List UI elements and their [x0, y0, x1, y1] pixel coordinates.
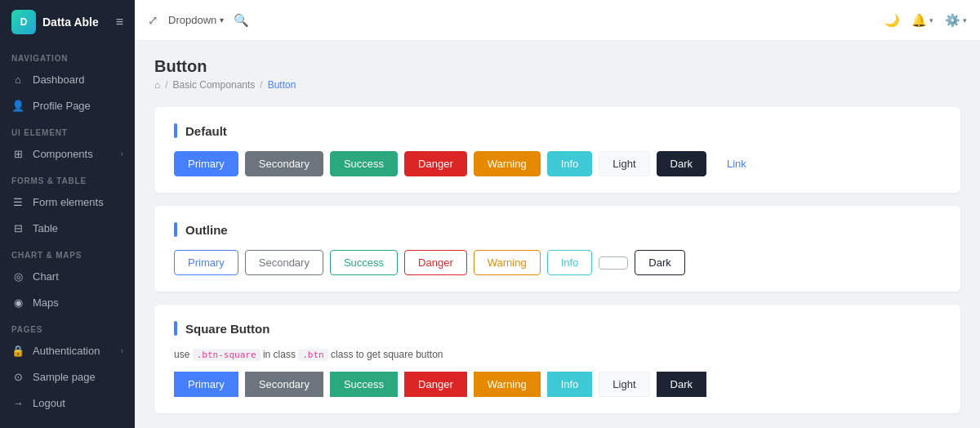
sidebar-item-maps[interactable]: ◉ Maps — [0, 289, 135, 315]
logo-icon: D — [11, 10, 36, 34]
btn-square-light[interactable]: Light — [599, 372, 649, 397]
btn-outline-info[interactable]: Info — [547, 250, 593, 275]
btn-warning[interactable]: Warning — [474, 151, 541, 176]
profile-label: Profile Page — [33, 100, 91, 112]
btn-outline-warning[interactable]: Warning — [474, 250, 541, 275]
square-section-title: Square Button — [174, 321, 941, 336]
sidebar-item-dashboard[interactable]: ⌂ Dashboard — [0, 66, 135, 92]
search-icon[interactable]: 🔍 — [234, 13, 249, 28]
chart-section-label: CHART & MAPS — [0, 241, 135, 263]
sample-icon: ⊙ — [11, 370, 24, 383]
square-desc-suffix: class to get square button — [331, 349, 443, 360]
sidebar-item-chart[interactable]: ◎ Chart — [0, 263, 135, 289]
dropdown-button[interactable]: Dropdown ▾ — [168, 14, 224, 26]
btn-link[interactable]: Link — [713, 151, 760, 176]
sidebar-item-left: ◉ Maps — [11, 296, 59, 309]
expand-icon[interactable]: ⤢ — [148, 13, 158, 28]
sidebar-item-components[interactable]: ⊞ Components › — [0, 140, 135, 167]
logout-label: Logout — [33, 397, 65, 409]
chevron-right-icon: › — [121, 149, 123, 158]
btn-info[interactable]: Info — [547, 151, 593, 176]
topbar-left: ⤢ Dropdown ▾ 🔍 — [148, 13, 249, 28]
topbar-right: 🌙 🔔 ▾ ⚙️ ▾ — [884, 13, 967, 28]
btn-square-secondary[interactable]: Secondary — [245, 372, 323, 397]
home-icon: ⌂ — [11, 73, 24, 86]
breadcrumb-current: Button — [268, 79, 296, 91]
btn-outline-dark[interactable]: Dark — [635, 250, 684, 275]
breadcrumb-parent: Basic Componants — [173, 79, 256, 91]
btn-outline-danger[interactable]: Danger — [404, 250, 467, 275]
btn-square-warning[interactable]: Warning — [474, 372, 541, 397]
btn-outline-secondary[interactable]: Secondary — [245, 250, 323, 275]
square-desc-mid: in class — [263, 349, 298, 360]
btn-square-primary[interactable]: Primary — [174, 372, 238, 397]
btn-square-success[interactable]: Success — [330, 372, 398, 397]
sidebar-item-logout[interactable]: → Logout — [0, 390, 135, 416]
pages-section-label: PAGES — [0, 315, 135, 337]
btn-success[interactable]: Success — [330, 151, 398, 176]
forms-section-label: FORMS & TABLE — [0, 167, 135, 189]
btn-outline-primary[interactable]: Primary — [174, 250, 238, 275]
sample-label: Sample page — [33, 371, 96, 383]
sidebar-item-left: ⊟ Table — [11, 221, 58, 234]
dropdown-chevron-icon: ▾ — [220, 16, 224, 25]
logout-icon: → — [11, 396, 24, 409]
btn-square-info[interactable]: Info — [547, 372, 593, 397]
btn-square-dark[interactable]: Dark — [657, 372, 706, 397]
auth-label: Authentication — [33, 345, 100, 357]
content-area: Button ⌂ / Basic Componants / Button Def… — [135, 41, 980, 428]
btn-danger[interactable]: Danger — [404, 151, 467, 176]
maps-label: Maps — [33, 296, 59, 309]
sidebar-item-profile[interactable]: 👤 Profile Page — [0, 92, 135, 118]
chevron-right-icon: › — [121, 346, 123, 355]
page-title: Button — [154, 57, 960, 76]
sidebar-item-left: ◎ Chart — [11, 270, 59, 283]
ui-section-label: UI ELEMENT — [0, 118, 135, 140]
table-icon: ⊟ — [11, 221, 24, 234]
breadcrumb-sep1: / — [165, 79, 167, 91]
square-btn-row: Primary Secondary Success Danger Warning… — [174, 372, 941, 397]
btn-secondary[interactable]: Secondary — [245, 151, 323, 176]
hamburger-button[interactable]: ≡ — [116, 15, 123, 29]
default-section-title: Default — [174, 123, 941, 138]
square-desc-prefix: use — [174, 349, 193, 360]
btn-dark[interactable]: Dark — [657, 151, 706, 176]
moon-icon[interactable]: 🌙 — [884, 13, 900, 28]
square-section: Square Button use .btn-square in class .… — [154, 305, 960, 413]
chart-icon: ◎ — [11, 270, 24, 283]
main-area: ⤢ Dropdown ▾ 🔍 🌙 🔔 ▾ ⚙️ ▾ Button ⌂ / Bas… — [135, 0, 980, 428]
btn-primary[interactable]: Primary — [174, 151, 238, 176]
outline-section: Outline Primary Secondary Success Danger… — [154, 206, 960, 292]
sidebar-item-left: ⌂ Dashboard — [11, 73, 85, 86]
default-btn-row: Primary Secondary Success Danger Warning… — [174, 151, 941, 176]
sidebar-item-left: ⊙ Sample page — [11, 370, 96, 383]
nav-section-label: NAVIGATION — [0, 44, 135, 66]
btn-light[interactable]: Light — [599, 151, 649, 176]
btn-outline-light[interactable] — [599, 256, 628, 270]
breadcrumb: ⌂ / Basic Componants / Button — [154, 79, 960, 91]
btn-outline-success[interactable]: Success — [330, 250, 398, 275]
btn-square-danger[interactable]: Danger — [404, 372, 467, 397]
sidebar-item-authentication[interactable]: 🔒 Authentication › — [0, 337, 135, 363]
topbar: ⤢ Dropdown ▾ 🔍 🌙 🔔 ▾ ⚙️ ▾ — [135, 0, 980, 41]
square-code2: .btn — [298, 349, 328, 361]
bell-icon[interactable]: 🔔 ▾ — [911, 13, 933, 28]
sidebar-item-sample[interactable]: ⊙ Sample page — [0, 363, 135, 390]
components-label: Components — [33, 148, 93, 160]
sidebar-item-form-elements[interactable]: ☰ Form elements — [0, 189, 135, 215]
table-label: Table — [33, 222, 58, 234]
form-icon: ☰ — [11, 195, 24, 208]
sidebar-item-left: ☰ Form elements — [11, 195, 104, 208]
breadcrumb-home-icon: ⌂ — [154, 79, 160, 91]
form-elements-label: Form elements — [33, 196, 104, 208]
sidebar-item-left: 👤 Profile Page — [11, 99, 91, 112]
components-icon: ⊞ — [11, 147, 24, 160]
sidebar-item-left: → Logout — [11, 396, 65, 409]
square-code1: .btn-square — [193, 349, 261, 361]
settings-icon[interactable]: ⚙️ ▾ — [945, 13, 967, 28]
default-section: Default Primary Secondary Success Danger… — [154, 107, 960, 193]
sidebar-item-table[interactable]: ⊟ Table — [0, 215, 135, 241]
outline-btn-row: Primary Secondary Success Danger Warning… — [174, 250, 941, 275]
sidebar-logo: D Datta Able — [11, 10, 99, 34]
outline-section-title: Outline — [174, 222, 941, 237]
